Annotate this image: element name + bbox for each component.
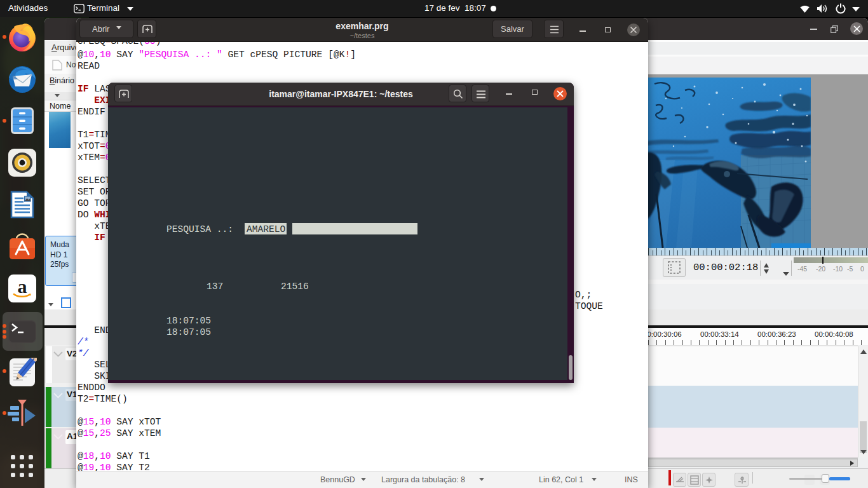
svg-text:a: a	[18, 276, 27, 297]
